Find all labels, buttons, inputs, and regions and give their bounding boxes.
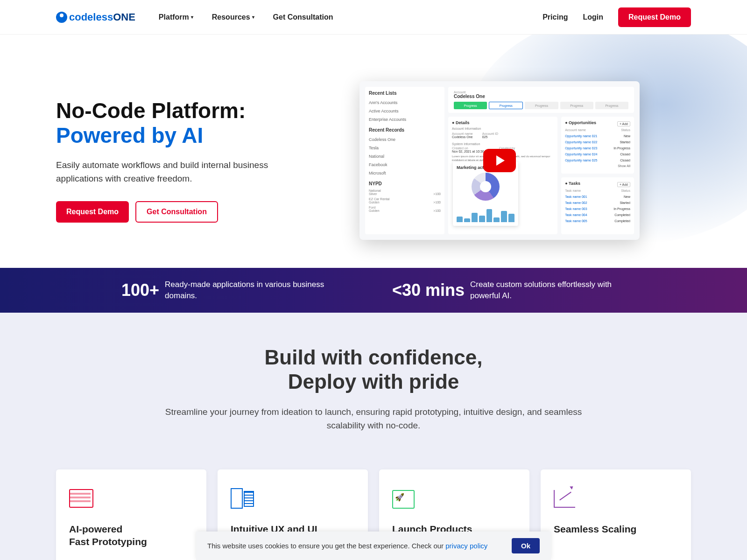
hero-demo-button[interactable]: Request Demo xyxy=(56,201,129,223)
cookie-ok-button[interactable]: Ok xyxy=(512,538,540,553)
hero-consultation-button[interactable]: Get Consultation xyxy=(135,201,218,223)
mini-row: National xyxy=(369,189,441,192)
sidebar-mini-table: National Silver>100 EZ Car Rental Golden… xyxy=(369,189,441,212)
progress-step: Progress xyxy=(525,102,558,109)
privacy-policy-link[interactable]: privacy policy xyxy=(445,542,487,550)
stat-2: <30 mins Create custom solutions effortl… xyxy=(392,279,626,301)
video-main: Account Codeless One Progress Progress P… xyxy=(448,87,634,234)
sidebar-lists-header: Recent Lists xyxy=(369,91,441,96)
sidebar-item: National xyxy=(369,152,441,161)
hero-section: No-Code Platform: Powered by AI Easily a… xyxy=(0,35,747,268)
build-title: Build with confidence, Deploy with pride xyxy=(56,345,691,395)
hero-content: No-Code Platform: Powered by AI Easily a… xyxy=(56,98,308,223)
scaling-icon xyxy=(554,486,577,510)
video-thumbnail[interactable]: Recent Lists Ann's Accounts Active Accou… xyxy=(359,81,640,240)
progress-step: Progress xyxy=(595,102,628,109)
video-details-card: ● Details Account Information Account na… xyxy=(448,117,557,234)
mini-row: EZ Car Rental xyxy=(369,197,441,201)
build-subtitle: Streamline your journey from ideation to… xyxy=(163,406,584,432)
nav-platform[interactable]: Platform▾ xyxy=(159,13,193,21)
show-all: Show All xyxy=(565,164,630,168)
stat-number: 100+ xyxy=(121,280,159,300)
sidebar-item: Enterprise Accounts xyxy=(369,115,441,124)
stat-text: Ready-made applications in various busin… xyxy=(165,279,355,301)
sidebar-item: Facebook xyxy=(369,161,441,169)
header-right: Pricing Login Request Demo xyxy=(543,7,691,27)
nav-label: Resources xyxy=(212,13,250,21)
donut-chart-icon xyxy=(472,173,500,201)
opportunities-card: ● Opportunities+ Add Account nameStatus … xyxy=(561,117,634,174)
hero-title: No-Code Platform: Powered by AI xyxy=(56,98,308,148)
play-button[interactable] xyxy=(483,149,516,172)
cookie-message: This website uses cookies to ensure you … xyxy=(207,542,445,550)
launch-icon xyxy=(392,486,416,510)
login-link[interactable]: Login xyxy=(583,13,603,21)
request-demo-button[interactable]: Request Demo xyxy=(618,7,691,27)
hero-media: Recent Lists Ann's Accounts Active Accou… xyxy=(308,81,691,240)
stat-text: Create custom solutions effortlessly wit… xyxy=(470,279,626,301)
acct-info-label: Account Information xyxy=(452,127,554,130)
hero-buttons: Request Demo Get Consultation xyxy=(56,201,308,223)
cookie-banner: This website uses cookies to ensure you … xyxy=(196,532,551,560)
add-button: + Add xyxy=(617,121,630,126)
hero-title-line1: No-Code Platform: xyxy=(56,98,246,123)
bar-chart-icon xyxy=(457,203,514,222)
sidebar-item: Tesla xyxy=(369,144,441,152)
progress-step: Progress xyxy=(454,102,487,109)
progress-step: Progress xyxy=(560,102,593,109)
mini-row: Ford xyxy=(369,206,441,209)
nav-label: Platform xyxy=(159,13,189,21)
video-breadcrumb-card: Account Codeless One Progress Progress P… xyxy=(448,87,634,113)
sidebar-item: Ann's Accounts xyxy=(369,98,441,107)
build-title-line1: Build with confidence, xyxy=(265,346,483,369)
logo[interactable]: codelessONE xyxy=(56,11,135,23)
feature-title: AI-poweredFast Prototyping xyxy=(69,523,193,548)
tasks-card: ● Tasks+ Add Task nameStatus Task name 0… xyxy=(561,177,634,234)
video-breadcrumb: Account xyxy=(454,91,628,94)
video-right-col: ● Opportunities+ Add Account nameStatus … xyxy=(561,117,634,234)
prototyping-icon xyxy=(69,486,92,510)
feature-card-prototyping[interactable]: AI-poweredFast Prototyping xyxy=(56,469,206,560)
design-icon xyxy=(231,486,254,510)
logo-icon xyxy=(56,12,67,23)
stats-band: 100+ Ready-made applications in various … xyxy=(0,268,747,313)
chevron-down-icon: ▾ xyxy=(252,14,254,20)
header: codelessONE Platform▾ Resources▾ Get Con… xyxy=(0,0,747,35)
nav: Platform▾ Resources▾ Get Consultation xyxy=(159,13,333,21)
chevron-down-icon: ▾ xyxy=(191,14,193,20)
hero-subtitle: Easily automate workflows and build inte… xyxy=(56,159,289,185)
video-row: ● Details Account Information Account na… xyxy=(448,117,634,234)
nav-resources[interactable]: Resources▾ xyxy=(212,13,254,21)
play-icon xyxy=(496,155,505,166)
stat-1: 100+ Ready-made applications in various … xyxy=(121,279,355,301)
nav-consultation[interactable]: Get Consultation xyxy=(273,13,333,21)
video-progress: Progress Progress Progress Progress Prog… xyxy=(454,102,628,109)
sidebar-item: Codeless One xyxy=(369,135,441,144)
feature-title: Seamless Scaling xyxy=(554,523,678,535)
cookie-text: This website uses cookies to ensure you … xyxy=(207,542,487,550)
sidebar-table-header: NYPD xyxy=(369,181,441,186)
build-section: Build with confidence, Deploy with pride… xyxy=(0,313,747,560)
sidebar-item: Microsoft xyxy=(369,169,441,177)
add-button: + Add xyxy=(617,182,630,187)
hero-title-line2: Powered by AI xyxy=(56,123,308,148)
video-account-name: Codeless One xyxy=(454,94,628,99)
logo-text-2: ONE xyxy=(113,11,135,23)
pricing-link[interactable]: Pricing xyxy=(543,13,568,21)
stat-number: <30 mins xyxy=(392,280,465,300)
video-sidebar: Recent Lists Ann's Accounts Active Accou… xyxy=(365,87,444,234)
sidebar-records-header: Recent Records xyxy=(369,127,441,133)
sidebar-item: Active Accounts xyxy=(369,107,441,115)
logo-text-1: codeless xyxy=(69,11,113,23)
feature-card-scaling[interactable]: Seamless Scaling xyxy=(541,469,691,560)
progress-step: Progress xyxy=(489,102,523,109)
sys-info-label: System Information xyxy=(452,142,554,146)
build-title-line2: Deploy with pride xyxy=(288,370,459,393)
nav-label: Get Consultation xyxy=(273,13,333,21)
